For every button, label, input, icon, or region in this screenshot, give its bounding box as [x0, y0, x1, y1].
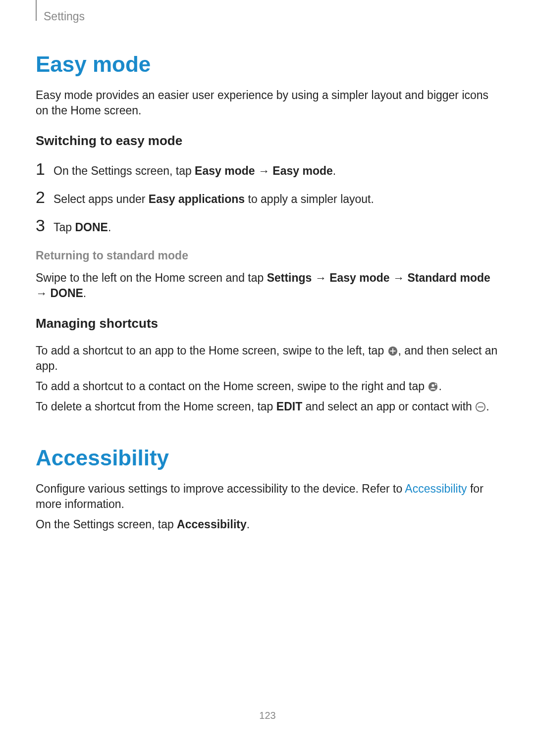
- returning-text: Swipe to the left on the Home screen and…: [36, 270, 499, 301]
- text-fragment: .: [83, 287, 86, 300]
- arrow: →: [312, 271, 329, 284]
- arrow: →: [36, 287, 50, 300]
- document-page: Settings Easy mode Easy mode provides an…: [0, 0, 535, 532]
- svg-rect-7: [435, 384, 437, 385]
- breadcrumb: Settings: [44, 10, 85, 23]
- heading-accessibility: Accessibility: [36, 446, 499, 470]
- step-number: 1: [36, 160, 54, 177]
- bold-text: Standard mode: [407, 271, 490, 284]
- accessibility-p2: On the Settings screen, tap Accessibilit…: [36, 517, 499, 532]
- bold-text: Easy mode: [272, 164, 332, 177]
- bold-text: Easy mode: [329, 271, 389, 284]
- heading-returning: Returning to standard mode: [36, 249, 499, 262]
- text-fragment: .: [108, 221, 111, 234]
- breadcrumb-tick: [36, 0, 37, 21]
- accessibility-p1: Configure various settings to improve ac…: [36, 481, 499, 512]
- minus-circle-icon: [475, 401, 486, 412]
- arrow: →: [390, 271, 408, 284]
- text-fragment: .: [438, 380, 441, 393]
- step-text: On the Settings screen, tap Easy mode → …: [54, 160, 336, 179]
- text-fragment: Tap: [54, 221, 75, 234]
- text-fragment: to apply a simpler layout.: [245, 193, 374, 205]
- text-fragment: .: [247, 518, 250, 531]
- easy-mode-intro: Easy mode provides an easier user experi…: [36, 88, 499, 118]
- text-fragment: .: [486, 400, 489, 413]
- managing-p2: To add a shortcut to a contact on the Ho…: [36, 379, 499, 394]
- page-number: 123: [0, 710, 535, 721]
- bold-text: DONE: [50, 287, 83, 300]
- managing-p1: To add a shortcut to an app to the Home …: [36, 343, 499, 374]
- text-fragment: To add a shortcut to a contact on the Ho…: [36, 380, 428, 393]
- step-text: Select apps under Easy applications to a…: [54, 189, 374, 207]
- step-2: 2 Select apps under Easy applications to…: [36, 189, 499, 207]
- bold-text: Accessibility: [177, 518, 247, 531]
- accessibility-link[interactable]: Accessibility: [405, 482, 467, 495]
- managing-p3: To delete a shortcut from the Home scree…: [36, 399, 499, 414]
- step-text: Tap DONE.: [54, 217, 111, 235]
- text-fragment: On the Settings screen, tap: [36, 518, 177, 531]
- step-number: 2: [36, 189, 54, 205]
- text-fragment: and select an app or contact with: [302, 400, 475, 413]
- add-contact-icon: [428, 381, 438, 392]
- bold-text: Easy applications: [149, 193, 245, 205]
- svg-point-4: [432, 384, 435, 387]
- heading-easy-mode: Easy mode: [36, 52, 499, 77]
- step-1: 1 On the Settings screen, tap Easy mode …: [36, 160, 499, 179]
- text-fragment: To delete a shortcut from the Home scree…: [36, 400, 276, 413]
- bold-text: Easy mode: [195, 164, 255, 177]
- svg-rect-2: [390, 351, 395, 352]
- step-number: 3: [36, 217, 54, 234]
- text-fragment: On the Settings screen, tap: [54, 164, 195, 177]
- plus-circle-icon: [387, 345, 398, 356]
- heading-switching: Switching to easy mode: [36, 133, 499, 149]
- arrow: →: [255, 164, 273, 177]
- heading-managing-shortcuts: Managing shortcuts: [36, 316, 499, 331]
- bold-text: DONE: [75, 221, 107, 234]
- bold-text: EDIT: [276, 400, 302, 413]
- section-easy-mode: Easy mode Easy mode provides an easier u…: [36, 52, 499, 415]
- text-fragment: Configure various settings to improve ac…: [36, 482, 405, 495]
- step-3: 3 Tap DONE.: [36, 217, 499, 235]
- svg-rect-9: [478, 406, 483, 407]
- text-fragment: .: [333, 164, 336, 177]
- text-fragment: Select apps under: [54, 193, 149, 205]
- section-accessibility: Accessibility Configure various settings…: [36, 446, 499, 532]
- text-fragment: To add a shortcut to an app to the Home …: [36, 344, 387, 357]
- breadcrumb-wrap: Settings: [36, 9, 499, 23]
- bold-text: Settings: [267, 271, 312, 284]
- switching-steps: 1 On the Settings screen, tap Easy mode …: [36, 160, 499, 235]
- text-fragment: Swipe to the left on the Home screen and…: [36, 271, 267, 284]
